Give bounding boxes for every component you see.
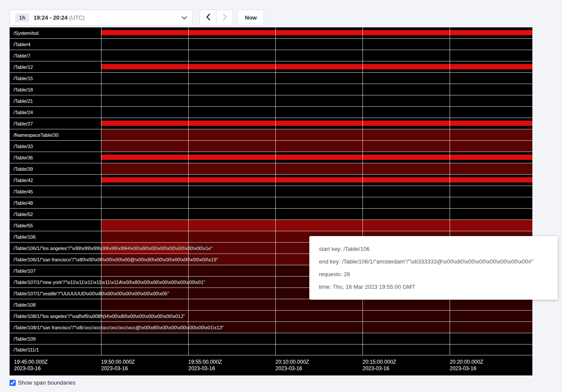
heatmap-cell[interactable] (101, 299, 188, 310)
heatmap-cell[interactable] (275, 107, 362, 118)
heatmap-cell[interactable] (188, 209, 275, 220)
heatmap-cell[interactable] (362, 175, 450, 186)
heatmap-cell[interactable] (275, 118, 362, 129)
heatmap-row[interactable]: /Table/48 (10, 197, 532, 208)
heatmap-row[interactable]: /Table/108/1/"los angeles"/"\xa8\xf5\u00… (10, 310, 532, 321)
heatmap-cell[interactable] (101, 163, 188, 174)
heatmap-row[interactable]: /Table/52 (10, 208, 532, 220)
heatmap-cell[interactable] (188, 299, 275, 310)
heatmap-cell[interactable] (101, 209, 188, 220)
heatmap-cell[interactable] (450, 141, 532, 152)
heatmap-cell[interactable] (101, 197, 188, 208)
heatmap-cell[interactable] (362, 163, 450, 174)
heatmap-cell[interactable] (362, 197, 450, 208)
heatmap-cell[interactable] (450, 311, 532, 321)
heatmap-cell[interactable] (450, 118, 532, 129)
heatmap-cell[interactable] (450, 84, 532, 95)
next-range-button[interactable] (216, 10, 233, 26)
heatmap-row[interactable]: /NamespaceTable/30 (10, 129, 532, 140)
heatmap-cell[interactable] (450, 333, 532, 344)
heatmap-row[interactable]: /Table/45 (10, 186, 532, 197)
heatmap-cell[interactable] (275, 61, 362, 72)
show-span-boundaries-checkbox[interactable] (10, 380, 16, 386)
heatmap-row[interactable]: /Table/108 (10, 299, 532, 310)
heatmap-cell[interactable] (275, 197, 362, 208)
heatmap-cell[interactable] (275, 163, 362, 174)
key-visualizer-canvas[interactable]: /System/tsd/Table/4/Table/7/Table/12/Tab… (10, 27, 532, 375)
heatmap-cell[interactable] (101, 345, 188, 355)
heatmap-row[interactable]: /Table/15 (10, 72, 532, 84)
heatmap-cell[interactable] (188, 220, 275, 231)
heatmap-row[interactable]: /Table/12 (10, 61, 532, 72)
heatmap-cell[interactable] (101, 50, 188, 61)
heatmap-cell[interactable] (362, 220, 450, 231)
heatmap-cell[interactable] (362, 322, 450, 333)
heatmap-cell[interactable] (362, 50, 450, 61)
heatmap-cell[interactable] (450, 175, 532, 186)
heatmap-cell[interactable] (188, 197, 275, 208)
heatmap-cell[interactable] (275, 95, 362, 106)
heatmap-cell[interactable] (188, 152, 275, 163)
now-button[interactable]: Now (237, 10, 264, 26)
heatmap-cell[interactable] (101, 152, 188, 163)
heatmap-row[interactable]: /Table/42 (10, 174, 532, 186)
heatmap-row[interactable]: /Table/33 (10, 140, 532, 152)
heatmap-cell[interactable] (275, 220, 362, 231)
heatmap-cell[interactable] (101, 186, 188, 197)
heatmap-cell[interactable] (188, 107, 275, 118)
heatmap-row[interactable]: /Table/24 (10, 106, 532, 118)
heatmap-cell[interactable] (188, 311, 275, 321)
heatmap-cell[interactable] (362, 209, 450, 220)
heatmap-cell[interactable] (362, 311, 450, 321)
heatmap-cell[interactable] (362, 61, 450, 72)
heatmap-row[interactable]: /Table/21 (10, 95, 532, 106)
heatmap-cell[interactable] (188, 27, 275, 38)
heatmap-cell[interactable] (450, 152, 532, 163)
heatmap-row[interactable]: /Table/7 (10, 50, 532, 61)
heatmap-cell[interactable] (101, 118, 188, 129)
heatmap-row[interactable]: /Table/108/1/"san francisco"/"\x8c\xcc\x… (10, 321, 532, 333)
heatmap-cell[interactable] (188, 175, 275, 186)
heatmap-cell[interactable] (101, 107, 188, 118)
heatmap-cell[interactable] (101, 220, 188, 231)
heatmap-cell[interactable] (450, 27, 532, 38)
heatmap-row[interactable]: /Table/27 (10, 118, 532, 129)
heatmap-cell[interactable] (101, 129, 188, 140)
heatmap-cell[interactable] (362, 129, 450, 140)
heatmap-cell[interactable] (275, 39, 362, 50)
heatmap-cell[interactable] (188, 163, 275, 174)
heatmap-cell[interactable] (188, 186, 275, 197)
heatmap-cell[interactable] (101, 61, 188, 72)
heatmap-cell[interactable] (188, 345, 275, 355)
heatmap-cell[interactable] (188, 141, 275, 152)
heatmap-cell[interactable] (362, 39, 450, 50)
show-span-boundaries-control[interactable]: Show span boundaries (10, 379, 552, 386)
heatmap-cell[interactable] (101, 141, 188, 152)
heatmap-cell[interactable] (275, 50, 362, 61)
heatmap-cell[interactable] (188, 84, 275, 95)
heatmap-cell[interactable] (362, 73, 450, 84)
heatmap-cell[interactable] (188, 50, 275, 61)
heatmap-cell[interactable] (275, 129, 362, 140)
heatmap-cell[interactable] (101, 231, 188, 242)
heatmap-cell[interactable] (101, 333, 188, 344)
heatmap-cell[interactable] (362, 141, 450, 152)
prev-range-button[interactable] (200, 10, 217, 26)
heatmap-cell[interactable] (101, 175, 188, 186)
heatmap-cell[interactable] (450, 345, 532, 355)
heatmap-cell[interactable] (450, 107, 532, 118)
heatmap-cell[interactable] (275, 27, 362, 38)
heatmap-cell[interactable] (275, 345, 362, 355)
heatmap-cell[interactable] (188, 39, 275, 50)
heatmap-cell[interactable] (362, 152, 450, 163)
heatmap-cell[interactable] (450, 129, 532, 140)
heatmap-cell[interactable] (362, 27, 450, 38)
heatmap-cell[interactable] (275, 152, 362, 163)
heatmap-cell[interactable] (101, 73, 188, 84)
heatmap-cell[interactable] (275, 84, 362, 95)
heatmap-cell[interactable] (188, 288, 275, 299)
heatmap-cell[interactable] (362, 118, 450, 129)
heatmap-cell[interactable] (101, 39, 188, 50)
heatmap-cell[interactable] (450, 197, 532, 208)
heatmap-cell[interactable] (362, 333, 450, 344)
